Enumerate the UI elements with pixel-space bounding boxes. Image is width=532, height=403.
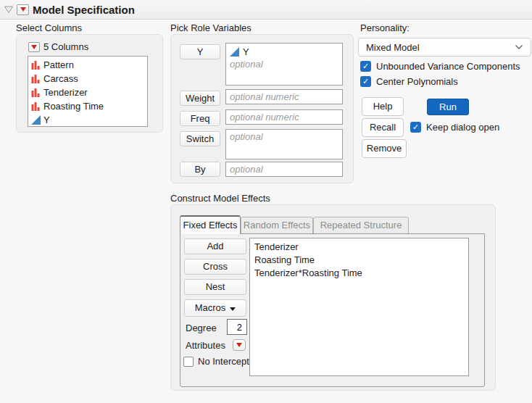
center-polynomials-checkbox-row[interactable]: Center Polynomials	[360, 76, 458, 87]
column-item-pattern[interactable]: Pattern	[28, 58, 147, 72]
checkbox-checked-icon[interactable]	[360, 61, 371, 72]
model-specification-window: Model Specification Select Columns Pick …	[0, 0, 532, 403]
select-columns-panel: 5 Columns Pattern Carcass Tenderizer Roa…	[16, 34, 163, 133]
keep-dialog-open-checkbox-row[interactable]: Keep dialog open	[410, 122, 499, 133]
nominal-bars-icon	[31, 88, 41, 97]
tab-random-effects[interactable]: Random Effects	[241, 217, 313, 234]
macros-label: Macros	[195, 302, 226, 313]
freq-role-box[interactable]: optional numeric	[225, 109, 343, 125]
weight-role-button[interactable]: Weight	[180, 91, 220, 106]
model-effects-list[interactable]: Tenderizer Roasting Time Tenderizer*Roas…	[249, 238, 469, 376]
page-title: Model Specification	[33, 4, 135, 16]
red-triangle-icon	[236, 343, 242, 347]
dropdown-arrow-icon	[230, 307, 236, 311]
continuous-triangle-icon	[230, 47, 239, 57]
attributes-label: Attributes	[186, 340, 225, 351]
nominal-bars-icon	[31, 60, 41, 70]
attributes-menu-button[interactable]	[233, 339, 246, 351]
y-role-button[interactable]: Y	[180, 44, 220, 59]
column-item-tenderizer[interactable]: Tenderizer	[28, 86, 147, 99]
weight-placeholder: optional numeric	[226, 90, 342, 104]
fixed-effects-tab-pane: Add Cross Nest Macros Degree Attributes …	[180, 233, 485, 387]
report-menu-button[interactable]	[17, 4, 29, 15]
recall-button[interactable]: Recall	[362, 118, 404, 137]
no-intercept-checkbox-row[interactable]: No Intercept	[183, 356, 249, 367]
red-triangle-icon	[31, 45, 37, 49]
pick-role-variables-panel: Y Weight Freq Switch By Y optional optio…	[170, 34, 354, 183]
construct-model-effects-panel: Fixed Effects Random Effects Repeated St…	[170, 204, 496, 391]
tab-repeated-structure[interactable]: Repeated Structure	[313, 217, 409, 234]
column-item-roasting-time[interactable]: Roasting Time	[28, 99, 147, 113]
pick-role-variables-label: Pick Role Variables	[170, 22, 252, 33]
column-label: Roasting Time	[43, 101, 104, 112]
columns-count-label: 5 Columns	[43, 41, 88, 52]
by-placeholder: optional	[226, 162, 342, 177]
title-bar: Model Specification	[0, 0, 532, 20]
nominal-bars-icon	[31, 101, 41, 111]
no-intercept-label: No Intercept	[198, 356, 249, 367]
checkbox-checked-icon[interactable]	[410, 122, 421, 133]
y-assigned-item[interactable]: Y	[226, 43, 342, 57]
checkbox-unchecked-icon[interactable]	[183, 357, 194, 367]
column-label: Y	[43, 115, 50, 125]
select-columns-label: Select Columns	[16, 22, 82, 33]
disclosure-triangle-icon[interactable]	[4, 5, 14, 14]
chevron-down-icon	[515, 44, 523, 50]
by-role-box[interactable]: optional	[225, 162, 343, 177]
remove-button[interactable]: Remove	[362, 139, 407, 158]
personality-dropdown[interactable]: Mixed Model	[358, 38, 531, 57]
keep-dialog-open-label: Keep dialog open	[426, 122, 499, 133]
construct-model-effects-label: Construct Model Effects	[170, 193, 270, 204]
column-item-carcass[interactable]: Carcass	[28, 72, 147, 86]
column-label: Pattern	[43, 59, 74, 70]
continuous-triangle-icon	[31, 115, 41, 125]
macros-button[interactable]: Macros	[184, 299, 246, 317]
effect-item[interactable]: Tenderizer*Roasting Time	[254, 267, 464, 280]
degree-label: Degree	[186, 323, 217, 333]
tab-fixed-effects[interactable]: Fixed Effects	[180, 215, 241, 234]
nest-button[interactable]: Nest	[184, 279, 246, 295]
by-role-button[interactable]: By	[180, 162, 220, 177]
columns-header: 5 Columns	[28, 41, 88, 52]
switch-role-box[interactable]: optional	[225, 129, 343, 159]
unbounded-variance-checkbox-row[interactable]: Unbounded Variance Components	[360, 61, 520, 72]
freq-role-button[interactable]: Freq	[180, 111, 220, 126]
nominal-bars-icon	[31, 74, 41, 83]
freq-placeholder: optional numeric	[226, 110, 342, 125]
add-button[interactable]: Add	[184, 238, 246, 254]
checkbox-checked-icon[interactable]	[360, 76, 371, 87]
center-polynomials-label: Center Polynomials	[376, 76, 458, 87]
effect-item[interactable]: Tenderizer	[254, 241, 464, 254]
personality-label: Personality:	[360, 22, 410, 33]
y-placeholder: optional	[226, 57, 342, 72]
assigned-column-label: Y	[243, 46, 249, 57]
y-role-box[interactable]: Y optional	[225, 43, 343, 86]
cross-button[interactable]: Cross	[184, 259, 246, 275]
column-label: Carcass	[43, 73, 78, 84]
switch-role-button[interactable]: Switch	[180, 131, 220, 146]
degree-input[interactable]	[227, 319, 247, 335]
run-button[interactable]: Run	[427, 99, 469, 115]
unbounded-variance-label: Unbounded Variance Components	[376, 61, 520, 72]
help-button[interactable]: Help	[362, 97, 404, 116]
red-triangle-icon	[20, 7, 26, 12]
personality-selected-value: Mixed Model	[366, 42, 420, 53]
columns-menu-button[interactable]	[28, 42, 40, 52]
column-label: Tenderizer	[43, 87, 88, 98]
weight-role-box[interactable]: optional numeric	[225, 89, 343, 104]
switch-placeholder: optional	[226, 130, 342, 144]
effect-item[interactable]: Roasting Time	[254, 254, 464, 267]
columns-list[interactable]: Pattern Carcass Tenderizer Roasting Time…	[28, 56, 148, 127]
column-item-y[interactable]: Y	[28, 113, 147, 127]
